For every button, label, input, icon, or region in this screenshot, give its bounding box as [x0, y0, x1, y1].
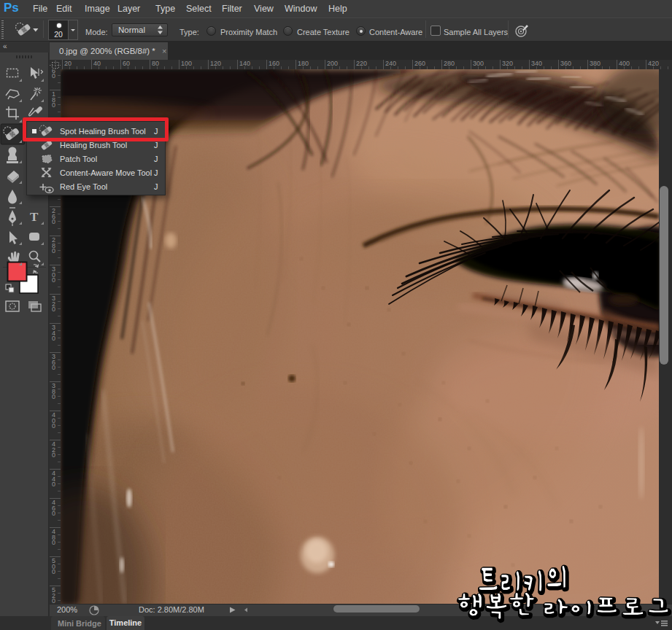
- svg-text:T: T: [30, 210, 39, 224]
